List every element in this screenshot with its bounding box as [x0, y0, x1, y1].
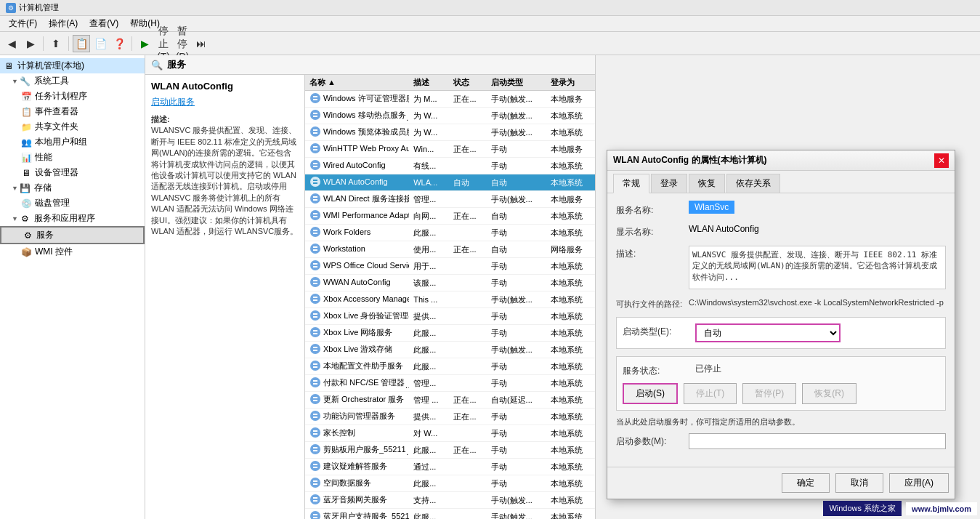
watermark-box: Windows 系统之家	[823, 501, 902, 516]
table-row[interactable]: Windows 移动热点服务为 W...手动(触发...本地系统	[305, 108, 595, 124]
table-row[interactable]: WinHTTP Web Proxy Aut...Win...正在...手动本地服…	[305, 141, 595, 158]
sidebar-item-local-users[interactable]: 👥 本地用户和组	[0, 134, 145, 150]
table-row[interactable]: 更新 Orchestrator 服务管理 ...正在...自动(延迟...本地系…	[305, 392, 595, 409]
properties-dialog: WLAN AutoConfig 的属性(本地计算机) ✕ 常规 登录 恢复 依存…	[607, 150, 955, 499]
table-row[interactable]: Xbox Live 身份验证管理器提供...手动本地系统	[305, 308, 595, 325]
sidebar-item-event-viewer[interactable]: 📋 事件查看器	[0, 104, 145, 119]
svg-rect-5	[313, 116, 317, 117]
table-row[interactable]: 空间数据服务此服...手动本地系统	[305, 475, 595, 492]
svg-rect-35	[313, 283, 317, 284]
sidebar-item-computer-management[interactable]: 🖥 计算机管理(本地)	[0, 58, 145, 73]
device-icon: 🖥	[20, 167, 32, 179]
sidebar-item-device-manager[interactable]: 🖥 设备管理器	[0, 165, 145, 180]
play-button[interactable]: ▶	[136, 35, 153, 52]
table-row[interactable]: WPS Office Cloud Service用于...手动本地系统	[305, 258, 595, 275]
col-startup[interactable]: 启动类型	[487, 75, 546, 91]
forward-button[interactable]: ▶	[22, 35, 39, 52]
title-bar: ⚙ 计算机管理	[0, 0, 980, 16]
svg-rect-23	[313, 216, 317, 217]
title-bar-text: 计算机管理	[19, 2, 59, 13]
table-row[interactable]: Xbox Live 网络服务此服...手动本地系统	[305, 325, 595, 342]
table-row[interactable]: Xbox Live 游戏存储此服...手动(触发...本地系统	[305, 342, 595, 358]
stop-button[interactable]: 停止(T)	[684, 383, 737, 404]
table-row[interactable]: 功能访问管理器服务提供...正在...手动本地系统	[305, 409, 595, 425]
up-button[interactable]: ⬆	[47, 35, 65, 52]
users-icon: 👥	[20, 137, 32, 148]
svg-rect-65	[313, 450, 317, 451]
performance-icon: 📊	[20, 152, 32, 164]
sidebar-item-task-scheduler[interactable]: 📅 任务计划程序	[0, 89, 145, 104]
svg-point-9	[310, 143, 320, 153]
startup-type-select[interactable]: 自动 手动 禁用	[695, 323, 841, 342]
table-row[interactable]: 剪贴板用户服务_55211此服...正在...手动本地系统	[305, 442, 595, 459]
svg-rect-74	[313, 500, 317, 502]
table-row[interactable]: Work Folders此服...手动本地系统	[305, 225, 595, 241]
table-row[interactable]: Xbox Accessory Manage...This ...手动(触发...…	[305, 291, 595, 308]
sidebar-item-wmi[interactable]: 📦 WMI 控件	[0, 244, 145, 260]
table-row[interactable]: WWAN AutoConfig该服...手动本地系统	[305, 275, 595, 291]
table-row[interactable]: 付款和 NFC/SE 管理器管理...手动本地系统	[305, 375, 595, 392]
form-row-display-name: 显示名称: WLAN AutoConfig	[616, 224, 946, 238]
startup-param-input[interactable]	[689, 433, 946, 449]
svg-rect-50	[313, 366, 317, 368]
table-row[interactable]: 家长控制对 W...手动本地系统	[305, 425, 595, 442]
apply-button[interactable]: 应用(A)	[889, 473, 949, 493]
tab-login[interactable]: 登录	[651, 174, 687, 193]
table-row[interactable]: Windows 预览体验成员服务为 W...手动(触发...本地系统	[305, 124, 595, 141]
svg-rect-28	[313, 246, 317, 248]
table-row[interactable]: 蓝牙用户支持服务_55211此服...手动(触发...本地系统	[305, 509, 595, 520]
col-name[interactable]: 名称 ▲	[305, 75, 409, 91]
form-row-description: 描述: WLANSVC 服务提供配置、发现、连接、断开与 IEEE 802.11…	[616, 246, 946, 289]
menu-view[interactable]: 查看(V)	[84, 16, 124, 31]
table-row[interactable]: 本地配置文件助手服务此服...手动本地系统	[305, 358, 595, 375]
table-row[interactable]: Windows 许可证管理器服务为 M...正在...手动(触发...本地服务	[305, 91, 595, 108]
sidebar-item-performance[interactable]: 📊 性能	[0, 150, 145, 165]
col-login[interactable]: 登录为	[546, 75, 595, 91]
tab-general[interactable]: 常规	[613, 174, 649, 193]
sidebar-item-storage[interactable]: ▼ 💾 存储	[0, 180, 145, 196]
restore-button[interactable]: 恢复(R)	[802, 383, 857, 404]
tab-dependencies[interactable]: 依存关系	[726, 174, 780, 193]
table-row[interactable]: 蓝牙音频网关服务支持...手动(触发...本地系统	[305, 492, 595, 509]
sidebar-item-services-apps[interactable]: ▼ ⚙ 服务和应用程序	[0, 211, 145, 226]
services-body: WLAN AutoConfig 启动此服务 描述: WLANSVC 服务提供配置…	[145, 75, 595, 519]
svg-rect-4	[313, 113, 317, 114]
help-button[interactable]: ❓	[110, 35, 128, 52]
sidebar-item-disk-manager[interactable]: 💿 磁盘管理	[0, 196, 145, 211]
display-name-value: WLAN AutoConfig	[689, 224, 946, 234]
dialog-close-button[interactable]: ✕	[934, 153, 949, 168]
sidebar-item-services[interactable]: ⚙ 服务	[0, 226, 145, 244]
back-button[interactable]: ◀	[3, 35, 20, 52]
pause-button[interactable]: 暂停(P)	[174, 35, 191, 52]
ok-button[interactable]: 确定	[782, 473, 830, 493]
svg-point-54	[310, 394, 320, 404]
sidebar-item-system-tools[interactable]: ▼ 🔧 系统工具	[0, 73, 145, 89]
stop-button[interactable]: 停止(T)	[155, 35, 172, 52]
table-row[interactable]: Workstation使用...正在...自动网络服务	[305, 241, 595, 258]
toolbar-separator-2	[68, 36, 69, 51]
menu-file[interactable]: 文件(F)	[3, 16, 43, 31]
col-status[interactable]: 状态	[449, 75, 487, 91]
cancel-button[interactable]: 取消	[835, 473, 883, 493]
sidebar-item-shared-folders[interactable]: 📁 共享文件夹	[0, 119, 145, 134]
table-row[interactable]: Wired AutoConfig有线...手动本地系统	[305, 158, 595, 174]
col-desc[interactable]: 描述	[409, 75, 449, 91]
toolbar-separator-3	[131, 36, 132, 51]
start-service-link[interactable]: 启动此服务	[151, 97, 195, 107]
svg-rect-41	[313, 316, 317, 318]
description-textarea[interactable]: WLANSVC 服务提供配置、发现、连接、断开与 IEEE 802.11 标准定…	[689, 246, 946, 289]
svg-rect-44	[313, 333, 317, 334]
menu-action[interactable]: 操作(A)	[43, 16, 84, 31]
restart-button[interactable]: ⏭	[193, 35, 210, 52]
watermark-text: Windows 系统之家	[829, 504, 896, 512]
pause-button[interactable]: 暂停(P)	[742, 383, 796, 404]
properties-button[interactable]: 📄	[92, 35, 109, 52]
start-button[interactable]: 启动(S)	[623, 383, 678, 404]
table-row[interactable]: WLAN Direct 服务连接接...管理...手动(触发...本地服务	[305, 191, 595, 208]
table-row[interactable]: WMI Performance Adapt...向网...正在...自动本地系统	[305, 208, 595, 225]
tab-recovery[interactable]: 恢复	[689, 174, 725, 193]
table-row[interactable]: WLAN AutoConfigWLA...自动自动本地系统	[305, 174, 595, 191]
table-row[interactable]: 建议疑难解答服务通过...手动本地系统	[305, 459, 595, 475]
show-hide-button[interactable]: 📋	[73, 35, 90, 52]
svg-point-21	[310, 210, 320, 220]
